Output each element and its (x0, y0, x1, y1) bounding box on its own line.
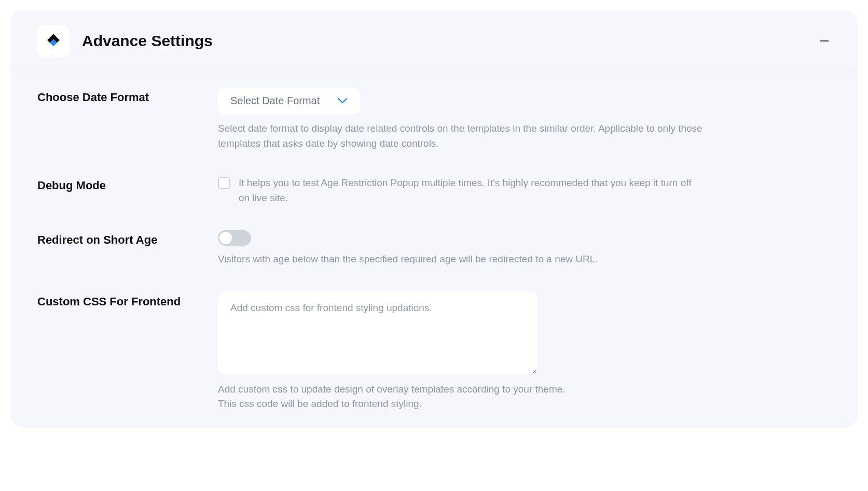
date-format-select[interactable]: Select Date Format (218, 88, 360, 114)
control-col: It helps you to test Age Restriction Pop… (218, 176, 831, 205)
minus-icon (819, 35, 830, 47)
row-redirect: Redirect on Short Age Visitors with age … (37, 230, 831, 267)
row-custom-css: Custom CSS For Frontend Add custom css t… (37, 292, 831, 412)
label-col: Debug Mode (37, 176, 218, 192)
panel-title: Advance Settings (82, 32, 213, 50)
control-col: Visitors with age below than the specifi… (218, 230, 831, 267)
redirect-toggle[interactable] (218, 230, 251, 246)
date-format-label: Choose Date Format (37, 91, 218, 104)
debug-mode-checkbox[interactable] (218, 177, 230, 189)
date-format-select-text: Select Date Format (230, 95, 320, 107)
redirect-help: Visitors with age below than the specifi… (218, 252, 831, 267)
collapse-button[interactable] (818, 35, 831, 47)
debug-mode-description: It helps you to test Age Restriction Pop… (239, 176, 695, 205)
custom-css-label: Custom CSS For Frontend (37, 295, 218, 308)
debug-mode-label: Debug Mode (37, 179, 218, 192)
panel-header: Advance Settings (10, 10, 858, 72)
app-logo (37, 25, 70, 57)
label-col: Redirect on Short Age (37, 230, 218, 247)
row-debug-mode: Debug Mode It helps you to test Age Rest… (37, 176, 831, 205)
toggle-knob (219, 232, 232, 244)
panel-body: Choose Date Format Select Date Format Se… (10, 72, 858, 428)
custom-css-textarea[interactable] (218, 292, 537, 374)
label-col: Custom CSS For Frontend (37, 292, 218, 308)
custom-css-help: Add custom css to update design of overl… (218, 382, 831, 412)
control-col: Add custom css to update design of overl… (218, 292, 831, 412)
logo-icon (45, 32, 62, 50)
date-format-help: Select date format to display date relat… (218, 121, 706, 151)
advance-settings-panel: Advance Settings Choose Date Format Sele… (10, 10, 858, 428)
header-left: Advance Settings (37, 25, 213, 57)
debug-mode-checkbox-row: It helps you to test Age Restriction Pop… (218, 176, 831, 205)
control-col: Select Date Format Select date format to… (218, 88, 831, 151)
chevron-down-icon (337, 95, 348, 107)
custom-css-help-line1: Add custom css to update design of overl… (218, 382, 831, 397)
row-date-format: Choose Date Format Select Date Format Se… (37, 88, 831, 151)
redirect-label: Redirect on Short Age (37, 233, 218, 247)
label-col: Choose Date Format (37, 88, 218, 104)
custom-css-help-line2: This css code will be added to frontend … (218, 397, 831, 412)
